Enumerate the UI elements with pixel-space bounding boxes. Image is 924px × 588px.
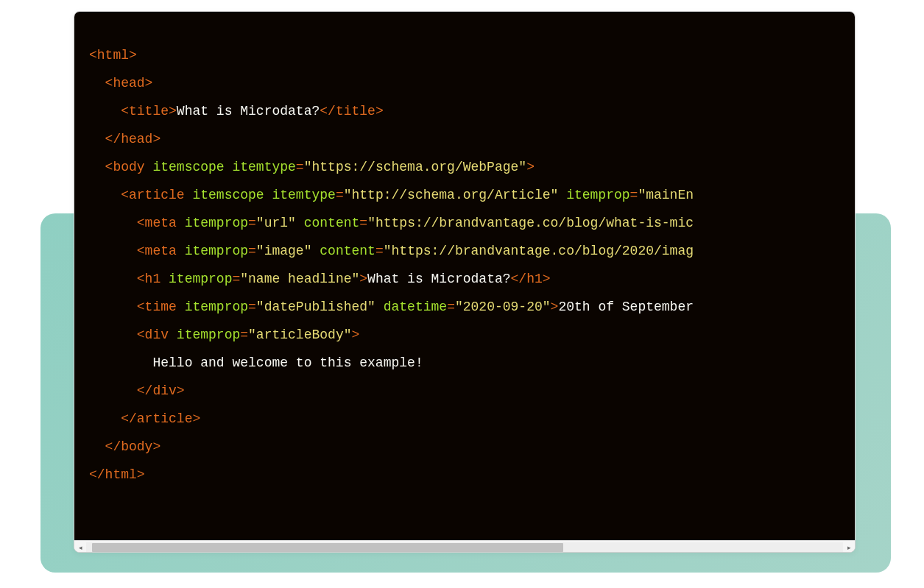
code-token-tag: <meta	[137, 244, 185, 258]
code-token-tag: </article>	[121, 411, 200, 426]
code-line: Hello and welcome to this example!	[89, 349, 840, 377]
code-token-op: =	[630, 188, 638, 202]
code-token-tag: >	[359, 272, 367, 286]
code-token-tag: </title>	[320, 104, 383, 118]
code-token-tag: >	[526, 160, 535, 174]
code-token-attr: itemprop	[185, 300, 248, 314]
code-line: <body itemscope itemtype="https://schema…	[89, 153, 840, 181]
code-token-op: =	[296, 160, 304, 174]
code-token-str: "name headline"	[240, 272, 359, 286]
code-token-tag: </head>	[105, 132, 161, 146]
code-token-tag: <head>	[105, 76, 153, 91]
code-token-tag: <body	[105, 160, 153, 174]
code-editor[interactable]: <html> <head> <title>What is Microdata?<…	[74, 12, 855, 540]
code-token-tag: </body>	[105, 439, 161, 454]
scroll-track[interactable]	[86, 542, 843, 553]
code-token-op: =	[248, 300, 256, 314]
code-token-attr: content	[320, 244, 375, 258]
code-line: </article>	[89, 405, 840, 433]
code-token-txt	[375, 300, 384, 314]
code-token-tag: <article	[121, 188, 192, 202]
code-window: <html> <head> <title>What is Microdata?<…	[74, 11, 856, 553]
code-token-txt	[296, 216, 304, 230]
code-token-op: =	[240, 327, 248, 342]
code-token-str: "url"	[256, 216, 296, 230]
code-token-attr: itemscope itemtype	[192, 188, 335, 202]
code-token-attr: itemscope itemtype	[152, 160, 295, 174]
code-line: </body>	[89, 433, 840, 461]
code-token-tag: <h1	[137, 272, 169, 286]
code-token-str: "2020-09-20"	[455, 300, 551, 314]
code-line: <html>	[89, 41, 840, 69]
code-line: </head>	[89, 125, 840, 153]
code-line: <div itemprop="articleBody">	[89, 321, 840, 349]
code-token-op: =	[359, 216, 367, 230]
code-token-tag: </h1>	[511, 272, 551, 286]
horizontal-scrollbar[interactable]: ◂ ▸	[74, 540, 855, 553]
code-token-str: "https://brandvantage.co/blog/what-is-mi…	[367, 216, 694, 230]
code-token-tag: <html>	[89, 48, 137, 63]
code-token-attr: content	[304, 216, 360, 230]
code-token-tag: <div	[137, 327, 177, 342]
scroll-thumb[interactable]	[92, 543, 563, 552]
code-content: <html> <head> <title>What is Microdata?<…	[74, 12, 855, 503]
code-token-tag: >	[551, 300, 559, 314]
code-line: <article itemscope itemtype="http://sche…	[89, 181, 840, 209]
code-token-op: =	[336, 188, 344, 202]
scroll-left-arrow[interactable]: ◂	[74, 542, 86, 553]
code-token-attr: datetime	[384, 300, 447, 314]
code-token-op: =	[248, 216, 256, 230]
code-line: <meta itemprop="image" content="https://…	[89, 237, 840, 265]
code-line: <time itemprop="datePublished" datetime=…	[89, 293, 840, 321]
code-token-txt	[311, 244, 320, 258]
code-line: </html>	[89, 461, 840, 489]
code-line: </div>	[89, 377, 840, 405]
code-token-tag: </div>	[137, 383, 185, 398]
code-token-str: "mainEn	[638, 188, 694, 202]
code-token-op: =	[232, 272, 240, 286]
code-token-str: "datePublished"	[256, 300, 375, 314]
code-token-txt: What is Microdata?	[177, 104, 320, 118]
code-token-txt: 20th of September	[558, 300, 694, 314]
code-token-tag: <meta	[137, 216, 185, 230]
code-token-txt	[558, 188, 566, 202]
code-token-attr: itemprop	[185, 244, 248, 258]
code-token-str: "https://brandvantage.co/blog/2020/imag	[384, 244, 694, 258]
code-token-tag: </html>	[89, 467, 145, 482]
code-line: <meta itemprop="url" content="https://br…	[89, 209, 840, 237]
code-token-str: "http://schema.org/Article"	[344, 188, 559, 202]
code-line: <head>	[89, 69, 840, 97]
code-line: <h1 itemprop="name headline">What is Mic…	[89, 265, 840, 293]
code-token-attr: itemprop	[177, 327, 240, 342]
code-token-tag: <title>	[121, 104, 177, 118]
code-token-attr: itemprop	[185, 216, 248, 230]
code-token-op: =	[375, 244, 384, 258]
code-token-op: =	[248, 244, 256, 258]
code-token-tag: >	[352, 327, 360, 342]
code-token-str: "https://schema.org/WebPage"	[304, 160, 526, 174]
code-token-tag: <time	[137, 300, 185, 314]
code-token-str: "articleBody"	[248, 327, 351, 342]
code-token-attr: itemprop	[566, 188, 629, 202]
code-token-str: "image"	[256, 244, 312, 258]
code-token-txt: What is Microdata?	[367, 272, 510, 286]
code-token-attr: itemprop	[169, 272, 232, 286]
code-token-txt: Hello and welcome to this example!	[152, 355, 423, 370]
code-line: <title>What is Microdata?</title>	[89, 97, 840, 125]
scroll-right-arrow[interactable]: ▸	[843, 542, 855, 553]
code-token-op: =	[447, 300, 455, 314]
